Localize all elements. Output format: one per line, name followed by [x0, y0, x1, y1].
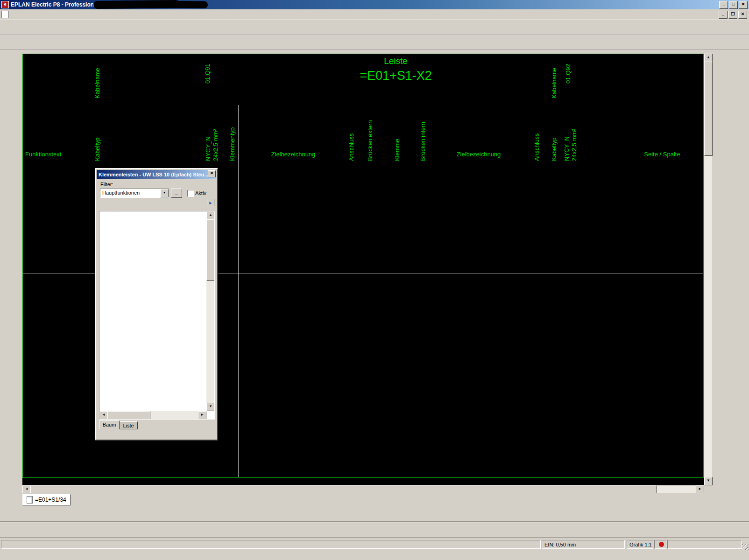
tree-view[interactable] — [99, 211, 206, 411]
app-icon: e — [1, 1, 9, 8]
crosshair-vertical — [238, 105, 239, 477]
vertical-scroll-thumb[interactable] — [704, 62, 713, 156]
aktiv-checkbox[interactable] — [187, 190, 194, 197]
filter-browse-button[interactable]: ... — [171, 189, 182, 198]
dialog-title-bar[interactable]: Klemmenleisten - UW LSS 10 (Epfach) Steu… — [97, 170, 216, 179]
header-cabletype-right-2: 24x2,5 mm² — [571, 108, 578, 161]
tab-baum[interactable]: Baum — [99, 420, 120, 429]
window-title: EPLAN Electric P8 - Professional - — [11, 1, 102, 8]
horizontal-scrollbar[interactable]: ◄ ► — [22, 485, 704, 493]
tab-liste[interactable]: Liste — [119, 421, 138, 429]
aktiv-label: Aktiv — [195, 190, 206, 196]
window-controls: _ □ ✕ — [719, 1, 748, 9]
dialog-close-button[interactable]: ✕ — [208, 170, 216, 177]
header-klemme: Klemme — [394, 109, 401, 161]
toolbar-right — [717, 51, 733, 495]
scroll-up-button[interactable]: ▲ — [704, 54, 713, 62]
vertical-scrollbar[interactable]: ▲ ▼ — [704, 54, 712, 485]
strip-title-label: Leiste — [243, 56, 549, 66]
header-cabletype-left-2: 24x2,5 mm² — [212, 108, 219, 161]
redaction-blob — [154, 0, 208, 8]
toolbar-drawing-tools — [1, 51, 15, 429]
eplan-window: e EPLAN Electric P8 - Professional - _ □… — [0, 0, 749, 560]
header-anschluss-right: Anschluss — [533, 109, 540, 161]
header-cabletype-right-1: NYCY_N — [563, 108, 570, 161]
maximize-button[interactable]: □ — [729, 1, 738, 9]
bottom-toolbar-1 — [0, 507, 749, 522]
minimize-button[interactable]: _ — [719, 1, 728, 9]
resize-grip[interactable] — [742, 544, 749, 550]
header-bruecken-intern: Brücken intern — [419, 109, 426, 161]
mdi-controls: _ ❐ ✕ — [719, 11, 747, 19]
sheet-tab[interactable]: =E01+S1/34 — [22, 494, 71, 505]
tree-hscroll-thumb[interactable] — [107, 411, 150, 420]
tree-panel: ▲ ▼ ◄ ► — [99, 211, 215, 420]
page-icon — [27, 496, 33, 504]
header-seite-spalte: Seite / Spalte — [625, 151, 700, 158]
header-kabelname-left: Kabelname — [94, 57, 101, 98]
toolbar-graphics — [0, 35, 749, 49]
filter-combo[interactable]: Hauptfunktionen ▼ — [100, 189, 169, 198]
filter-value: Hauptfunktionen — [100, 189, 161, 196]
bottom-toolbar-2 — [0, 523, 749, 538]
mdi-restore-button[interactable]: ❐ — [728, 11, 737, 19]
status-increment: EIN: 0,50 mm — [542, 540, 625, 549]
scroll-down-button[interactable]: ▼ — [704, 477, 713, 485]
sheet-tab-row: =E01+S1/34 — [0, 493, 749, 506]
header-kabeltyp-left: Kabeltyp — [94, 108, 101, 161]
filter-label: Filter: — [100, 182, 113, 187]
header-ziel-right: Zielbezeichnung — [432, 151, 525, 158]
status-record-panel — [654, 540, 666, 549]
header-ziel-left: Zielbezeichnung — [247, 151, 340, 158]
tree-hscrollbar[interactable]: ◄ ► — [99, 411, 206, 419]
status-message-panel — [1, 540, 541, 549]
header-bruecken-extern: Brücken extern — [367, 109, 374, 161]
record-indicator-icon — [659, 542, 664, 547]
header-kabelname-right: Kabelname — [551, 57, 558, 98]
tree-scroll-up-button[interactable]: ▲ — [206, 211, 215, 220]
klemmenleisten-dialog: Klemmenleisten - UW LSS 10 (Epfach) Steu… — [95, 168, 218, 441]
sheet-tab-label: =E01+S1/34 — [35, 497, 66, 503]
status-extra-panel — [667, 540, 742, 549]
tree-scroll-down-button[interactable]: ▼ — [206, 403, 215, 411]
menu-bar: _ ❐ ✕ — [0, 9, 749, 20]
mdi-minimize-button[interactable]: _ — [719, 11, 728, 19]
strip-designation: =E01+S1-X2 — [243, 69, 549, 83]
close-button[interactable]: ✕ — [739, 1, 748, 9]
expand-panel-button[interactable]: ▸ — [207, 199, 214, 206]
status-bar: EIN: 0,50 mm Grafik 1:1 — [0, 539, 749, 551]
status-scale: Grafik 1:1 — [627, 540, 653, 549]
header-cable-left-top: 01.Q91 — [204, 56, 211, 84]
tree-vscrollbar[interactable]: ▲ ▼ — [206, 211, 214, 411]
toolbar-standard — [0, 20, 749, 35]
header-cable-right-top: 01.Q92 — [565, 56, 572, 84]
header-cabletype-left-1: NYCY_N — [205, 108, 212, 161]
dialog-title: Klemmenleisten - UW LSS 10 (Epfach) Steu… — [99, 172, 208, 177]
document-icon — [1, 11, 9, 18]
header-klemmentyp: Klemmentyp — [229, 108, 236, 161]
mdi-close-button[interactable]: ✕ — [738, 11, 747, 19]
header-funktionstext: Funktionstext — [25, 151, 61, 158]
filter-dropdown-icon[interactable]: ▼ — [160, 189, 169, 197]
header-kabeltyp-right: Kabeltyp — [551, 108, 558, 161]
header-anschluss-left: Anschluss — [348, 109, 355, 161]
tree-scroll-right-button[interactable]: ► — [198, 411, 206, 420]
tree-vscroll-thumb[interactable] — [206, 219, 215, 281]
tree-scroll-left-button[interactable]: ◄ — [99, 411, 108, 420]
